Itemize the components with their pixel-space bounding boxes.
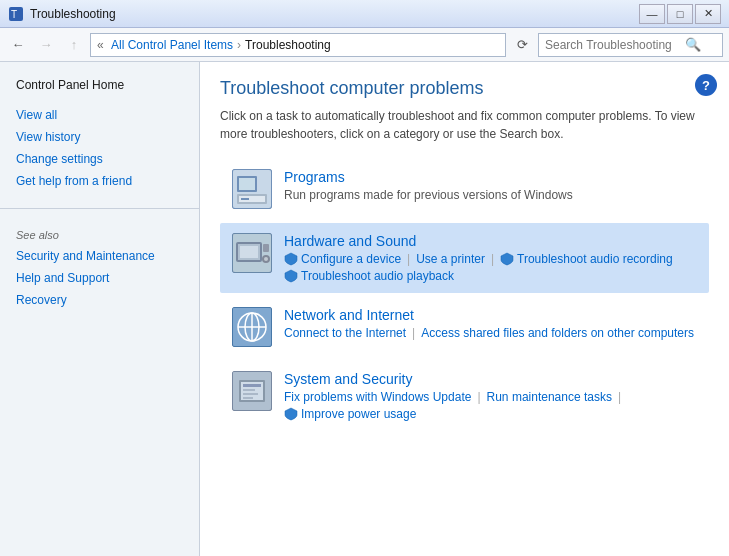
sidebar-item-security[interactable]: Security and Maintenance	[0, 245, 199, 267]
programs-description-text: Run programs made for previous versions …	[284, 188, 573, 202]
search-input[interactable]	[545, 38, 685, 52]
security-body: System and Security Fix problems with Wi…	[284, 371, 697, 421]
hardware-links: Configure a device | Use a printer | Tro…	[284, 252, 697, 266]
content-area: ? Troubleshoot computer problems Click o…	[200, 62, 729, 556]
network-icon	[232, 307, 272, 347]
search-icon: 🔍	[685, 37, 701, 52]
sidebar-item-recovery[interactable]: Recovery	[0, 289, 199, 311]
shield-icon-configure	[284, 252, 298, 266]
sidebar-item-view-all[interactable]: View all	[0, 104, 199, 126]
refresh-button[interactable]: ⟳	[510, 33, 534, 57]
help-button[interactable]: ?	[695, 74, 717, 96]
see-also-label: See also	[0, 225, 199, 245]
category-programs[interactable]: Programs Run programs made for previous …	[220, 159, 709, 219]
category-hardware[interactable]: Hardware and Sound Configure a device | …	[220, 223, 709, 293]
window-controls: — □ ✕	[639, 4, 721, 24]
app-icon: T	[8, 6, 24, 22]
link-maintenance-tasks[interactable]: Run maintenance tasks	[487, 390, 612, 404]
security-title[interactable]: System and Security	[284, 371, 697, 387]
svg-text:T: T	[11, 9, 17, 20]
svg-rect-25	[243, 393, 258, 395]
network-links: Connect to the Internet | Access shared …	[284, 326, 697, 340]
forward-button[interactable]: →	[34, 33, 58, 57]
shield-icon-power	[284, 407, 298, 421]
programs-icon	[232, 169, 272, 209]
search-box: 🔍	[538, 33, 723, 57]
sidebar-item-view-history[interactable]: View history	[0, 126, 199, 148]
link-configure-device[interactable]: Configure a device	[301, 252, 401, 266]
security-links-2: Improve power usage	[284, 407, 697, 421]
category-security[interactable]: System and Security Fix problems with Wi…	[220, 361, 709, 431]
programs-body: Programs Run programs made for previous …	[284, 169, 697, 202]
main-container: Control Panel Home View all View history…	[0, 62, 729, 556]
hardware-links-2: Troubleshoot audio playback	[284, 269, 697, 283]
programs-title[interactable]: Programs	[284, 169, 697, 185]
maximize-button[interactable]: □	[667, 4, 693, 24]
svg-rect-24	[243, 389, 255, 391]
title-bar: T Troubleshooting — □ ✕	[0, 0, 729, 28]
page-title: Troubleshoot computer problems	[220, 78, 709, 99]
category-network[interactable]: Network and Internet Connect to the Inte…	[220, 297, 709, 357]
close-button[interactable]: ✕	[695, 4, 721, 24]
hardware-body: Hardware and Sound Configure a device | …	[284, 233, 697, 283]
security-links: Fix problems with Windows Update | Run m…	[284, 390, 697, 404]
network-body: Network and Internet Connect to the Inte…	[284, 307, 697, 340]
svg-rect-23	[243, 384, 261, 387]
link-power-usage[interactable]: Improve power usage	[301, 407, 416, 421]
sidebar-item-get-help[interactable]: Get help from a friend	[0, 170, 199, 192]
sidebar-item-help-support[interactable]: Help and Support	[0, 267, 199, 289]
breadcrumb-current: Troubleshooting	[245, 38, 331, 52]
page-description: Click on a task to automatically trouble…	[220, 107, 709, 143]
link-shared-files[interactable]: Access shared files and folders on other…	[421, 326, 694, 340]
svg-point-14	[264, 257, 268, 261]
sidebar-see-also-section: See also Security and Maintenance Help a…	[0, 208, 199, 311]
breadcrumb-icon: «	[97, 38, 107, 52]
link-connect-internet[interactable]: Connect to the Internet	[284, 326, 406, 340]
link-use-printer[interactable]: Use a printer	[416, 252, 485, 266]
breadcrumb-control-panel[interactable]: All Control Panel Items	[111, 38, 233, 52]
network-title[interactable]: Network and Internet	[284, 307, 697, 323]
address-path: « All Control Panel Items › Troubleshoot…	[90, 33, 506, 57]
link-windows-update[interactable]: Fix problems with Windows Update	[284, 390, 471, 404]
window-title: Troubleshooting	[30, 7, 639, 21]
security-icon	[232, 371, 272, 411]
svg-rect-12	[263, 244, 269, 252]
link-troubleshoot-audio-playback[interactable]: Troubleshoot audio playback	[301, 269, 454, 283]
svg-rect-26	[243, 397, 253, 399]
svg-rect-4	[239, 178, 255, 190]
shield-icon-audio-playback	[284, 269, 298, 283]
hardware-title[interactable]: Hardware and Sound	[284, 233, 697, 249]
shield-icon-audio-recording	[500, 252, 514, 266]
minimize-button[interactable]: —	[639, 4, 665, 24]
programs-desc: Run programs made for previous versions …	[284, 188, 697, 202]
breadcrumb-separator-1: ›	[237, 38, 241, 52]
link-troubleshoot-audio-recording[interactable]: Troubleshoot audio recording	[517, 252, 673, 266]
svg-rect-11	[240, 246, 258, 258]
address-bar: ← → ↑ « All Control Panel Items › Troubl…	[0, 28, 729, 62]
svg-rect-7	[241, 198, 249, 200]
sidebar: Control Panel Home View all View history…	[0, 62, 200, 556]
back-button[interactable]: ←	[6, 33, 30, 57]
up-button[interactable]: ↑	[62, 33, 86, 57]
hardware-icon	[232, 233, 272, 273]
sidebar-item-control-panel-home[interactable]: Control Panel Home	[0, 74, 199, 96]
sidebar-item-change-settings[interactable]: Change settings	[0, 148, 199, 170]
